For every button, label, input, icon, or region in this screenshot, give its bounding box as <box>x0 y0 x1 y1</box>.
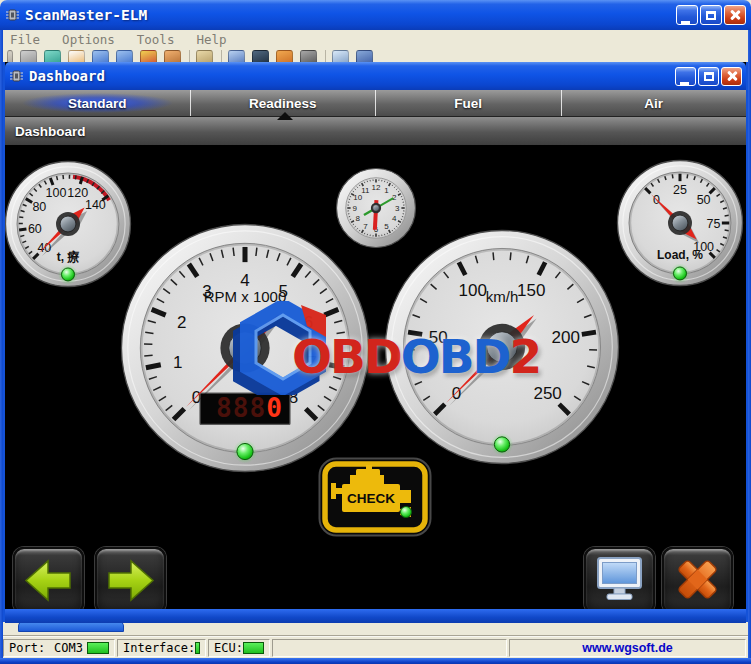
speed-led <box>494 437 509 452</box>
tab-air[interactable]: Air <box>562 90 747 116</box>
svg-text:3: 3 <box>395 204 400 213</box>
app-titlebar[interactable]: ScanMaster-ELM <box>0 0 751 30</box>
panel-header: Dashboard <box>5 117 746 145</box>
menu-item-help[interactable]: Help <box>196 32 226 47</box>
svg-text:Load, %: Load, % <box>657 248 703 262</box>
svg-text:100: 100 <box>46 186 67 200</box>
status-empty-cell <box>272 639 507 657</box>
close-dashboard-button[interactable] <box>662 547 733 609</box>
dashboard-window: Dashboard Standard Readiness Fuel Air Da… <box>2 62 749 622</box>
minimize-button[interactable] <box>676 5 698 25</box>
svg-text:10: 10 <box>353 193 362 202</box>
ecu-status-cell: ECU: <box>208 639 270 657</box>
port-status-led <box>87 642 109 654</box>
svg-text:75: 75 <box>706 217 720 231</box>
maximize-button[interactable] <box>700 5 722 25</box>
ecu-status-led <box>243 642 264 654</box>
interface-status-led <box>195 642 200 654</box>
x-close-icon <box>664 549 731 609</box>
status-bar: Port: COM3 Interface: ECU: www.wgsoft.de <box>1 636 750 658</box>
tab-pointer-triangle <box>277 112 293 120</box>
check-label: CHECK <box>347 491 395 506</box>
next-button[interactable] <box>95 547 166 609</box>
website-cell: www.wgsoft.de <box>509 639 746 657</box>
svg-text:150: 150 <box>517 281 545 300</box>
dashboard-titlebar[interactable]: Dashboard <box>5 62 746 90</box>
svg-text:0: 0 <box>452 384 461 403</box>
interface-label: Interface: <box>123 641 195 655</box>
tab-bar: Standard Readiness Fuel Air <box>5 90 746 117</box>
menu-bar: File Options Tools Help <box>0 30 751 48</box>
tab-fuel[interactable]: Fuel <box>376 90 562 116</box>
arrow-left-icon <box>15 549 82 609</box>
dashboard-minimize-button[interactable] <box>675 67 696 86</box>
svg-text:250: 250 <box>533 384 561 403</box>
svg-text:25: 25 <box>673 183 687 197</box>
menu-item-tools[interactable]: Tools <box>137 32 175 47</box>
app-title: ScanMaster-ELM <box>25 7 147 23</box>
close-icon <box>729 9 741 21</box>
port-status-cell: Port: COM3 <box>3 639 115 657</box>
website-link[interactable]: www.wgsoft.de <box>582 641 673 655</box>
interface-status-cell: Interface: <box>117 639 206 657</box>
close-button[interactable] <box>724 5 746 25</box>
chip-icon <box>9 69 24 83</box>
close-icon <box>726 70 738 82</box>
clock-gauge: 121234567891011 <box>335 167 417 249</box>
check-led-icon <box>401 507 412 518</box>
engine-load-led <box>674 267 687 280</box>
svg-text:t, 療: t, 療 <box>57 250 81 264</box>
svg-text:140: 140 <box>85 198 106 212</box>
dashboard-title: Dashboard <box>29 68 105 84</box>
svg-text:200: 200 <box>552 328 580 347</box>
rpm-led <box>237 443 253 459</box>
dashboard-window-bottom-border <box>5 609 746 623</box>
svg-text:12: 12 <box>372 183 381 192</box>
svg-text:1: 1 <box>384 186 389 195</box>
dashboard-body: 406080100120140t, 療012345678RPM x 100088… <box>5 145 746 609</box>
window-bottom-border <box>0 658 751 664</box>
svg-text:2: 2 <box>177 313 186 332</box>
svg-text:9: 9 <box>353 204 358 213</box>
svg-text:100: 100 <box>459 281 487 300</box>
coolant-temp-led <box>62 268 75 281</box>
dashboard-close-button[interactable] <box>721 67 742 86</box>
previous-button[interactable] <box>13 547 84 609</box>
menu-item-file[interactable]: File <box>10 32 40 47</box>
svg-text:km/h: km/h <box>486 288 519 305</box>
svg-text:8880: 8880 <box>216 393 283 423</box>
watermark-text: OBDOBD2 <box>292 329 540 384</box>
svg-text:5: 5 <box>384 222 389 231</box>
svg-text:7: 7 <box>363 222 368 231</box>
svg-text:50: 50 <box>697 193 711 207</box>
app-window: ScanMaster-ELM File Options Tools Help D… <box>0 0 751 664</box>
svg-text:4: 4 <box>392 214 397 223</box>
window-left-border <box>0 26 3 664</box>
tab-standard[interactable]: Standard <box>5 90 191 116</box>
svg-text:8: 8 <box>355 214 360 223</box>
svg-text:60: 60 <box>28 222 42 236</box>
svg-text:80: 80 <box>32 200 46 214</box>
ecu-label: ECU: <box>214 641 243 655</box>
arrow-right-icon <box>97 549 164 609</box>
toolbar-separator <box>221 50 222 62</box>
svg-text:1: 1 <box>173 353 182 372</box>
port-value: COM3 <box>54 641 83 655</box>
check-engine-indicator: CHECK <box>318 457 432 537</box>
svg-text:11: 11 <box>361 186 370 195</box>
engine-load-gauge: 0255075100Load, % <box>616 159 744 287</box>
coolant-temp-gauge: 406080100120140t, 療 <box>5 160 132 288</box>
dashboard-maximize-button[interactable] <box>698 67 719 86</box>
toolbar-separator <box>325 50 326 62</box>
menu-item-options[interactable]: Options <box>62 32 115 47</box>
monitor-view-button[interactable] <box>584 547 655 609</box>
chip-icon <box>5 8 20 22</box>
toolbar-separator <box>189 50 190 62</box>
port-label: Port: <box>9 641 45 655</box>
panel-title: Dashboard <box>15 124 86 139</box>
monitor-icon <box>586 549 653 609</box>
